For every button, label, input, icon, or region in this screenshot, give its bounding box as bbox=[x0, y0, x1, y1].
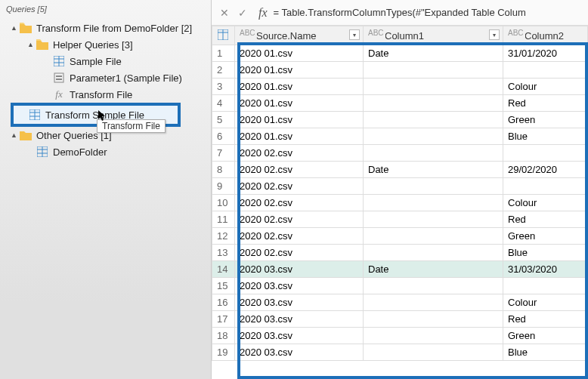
table-row[interactable]: 82020 02.csvDate29/02/2020 bbox=[212, 162, 588, 178]
table-row[interactable]: 52020 01.csvGreen bbox=[212, 112, 588, 128]
cell-source-name[interactable]: 2020 02.csv bbox=[235, 245, 364, 261]
table-row[interactable]: 182020 03.csvGreen bbox=[212, 328, 588, 344]
table-row[interactable]: 172020 03.csvRed bbox=[212, 311, 588, 328]
table-row[interactable]: 162020 03.csvColour bbox=[212, 294, 588, 311]
column-filter-dropdown[interactable]: ▾ bbox=[349, 29, 360, 40]
row-number: 11 bbox=[212, 211, 235, 228]
cell-column2[interactable]: Green bbox=[503, 228, 588, 245]
cell-column2[interactable]: Colour bbox=[503, 195, 588, 211]
cell-column1[interactable] bbox=[364, 145, 503, 162]
cell-column1[interactable] bbox=[364, 245, 503, 261]
cell-column1[interactable] bbox=[364, 95, 503, 112]
cell-source-name[interactable]: 2020 01.csv bbox=[235, 79, 364, 95]
cell-column2[interactable]: Red bbox=[503, 311, 588, 328]
column-filter-dropdown[interactable]: ▾ bbox=[489, 29, 500, 40]
cell-source-name[interactable]: 2020 03.csv bbox=[235, 328, 364, 344]
cell-source-name[interactable]: 2020 01.csv bbox=[235, 95, 364, 112]
folder-helper-queries[interactable]: ▲ Helper Queries [3] bbox=[0, 36, 211, 53]
cancel-formula-button[interactable]: ✕ bbox=[216, 5, 233, 21]
cell-column2[interactable]: Blue bbox=[503, 245, 588, 261]
cell-column1[interactable] bbox=[364, 195, 503, 211]
table-row[interactable]: 132020 02.csvBlue bbox=[212, 245, 588, 261]
table-row[interactable]: 92020 02.csv bbox=[212, 178, 588, 195]
cell-column2[interactable] bbox=[503, 62, 588, 79]
cell-column1[interactable] bbox=[364, 328, 503, 344]
cell-column2[interactable]: 31/01/2020 bbox=[503, 45, 588, 62]
caret-down-icon: ▲ bbox=[27, 41, 35, 48]
cell-column1[interactable] bbox=[364, 178, 503, 195]
cell-source-name[interactable]: 2020 03.csv bbox=[235, 278, 364, 294]
folder-label: Transform File from DemoFolder [2] bbox=[36, 23, 192, 34]
type-icon: ABC bbox=[506, 29, 525, 37]
column-header-source-name[interactable]: ABC Source.Name ▾ bbox=[235, 26, 364, 45]
cell-source-name[interactable]: 2020 03.csv bbox=[235, 294, 364, 311]
cell-column2[interactable]: Colour bbox=[503, 294, 588, 311]
cell-column1[interactable]: Date bbox=[364, 162, 503, 178]
table-row[interactable]: 22020 01.csv bbox=[212, 62, 588, 79]
cell-column1[interactable] bbox=[364, 62, 503, 79]
row-number: 14 bbox=[212, 261, 235, 278]
table-row[interactable]: 32020 01.csvColour bbox=[212, 79, 588, 95]
cell-column2[interactable] bbox=[503, 145, 588, 162]
row-number: 9 bbox=[212, 178, 235, 195]
query-demofolder[interactable]: DemoFolder bbox=[0, 143, 211, 160]
query-transform-file[interactable]: fx Transform File bbox=[0, 86, 211, 103]
cell-source-name[interactable]: 2020 02.csv bbox=[235, 162, 364, 178]
query-sample-file[interactable]: Sample File bbox=[0, 53, 211, 69]
query-parameter1[interactable]: Parameter1 (Sample File) bbox=[0, 69, 211, 86]
cell-column1[interactable] bbox=[364, 294, 503, 311]
cell-source-name[interactable]: 2020 03.csv bbox=[235, 311, 364, 328]
table-row[interactable]: 152020 03.csv bbox=[212, 278, 588, 294]
formula-input[interactable] bbox=[274, 7, 583, 18]
cell-column2[interactable]: Red bbox=[503, 211, 588, 228]
cell-column1[interactable] bbox=[364, 79, 503, 95]
cell-source-name[interactable]: 2020 03.csv bbox=[235, 344, 364, 361]
cell-column2[interactable]: Green bbox=[503, 328, 588, 344]
cell-column1[interactable] bbox=[364, 128, 503, 145]
column-header-column2[interactable]: ABC Column2 bbox=[503, 26, 588, 45]
accept-formula-button[interactable]: ✓ bbox=[234, 5, 251, 21]
cell-column1[interactable]: Date bbox=[364, 45, 503, 62]
cell-column2[interactable]: Green bbox=[503, 112, 588, 128]
cell-column1[interactable] bbox=[364, 112, 503, 128]
cell-column1[interactable] bbox=[364, 311, 503, 328]
folder-transform-file[interactable]: ▲ Transform File from DemoFolder [2] bbox=[0, 20, 211, 36]
cell-source-name[interactable]: 2020 02.csv bbox=[235, 228, 364, 245]
cell-column2[interactable]: 29/02/2020 bbox=[503, 162, 588, 178]
column-label: Column1 bbox=[385, 30, 424, 42]
cell-column2[interactable] bbox=[503, 278, 588, 294]
cell-source-name[interactable]: 2020 01.csv bbox=[235, 62, 364, 79]
table-row[interactable]: 42020 01.csvRed bbox=[212, 95, 588, 112]
table-row[interactable]: 12020 01.csvDate31/01/2020 bbox=[212, 45, 588, 62]
table-row[interactable]: 112020 02.csvRed bbox=[212, 211, 588, 228]
table-row[interactable]: 192020 03.csvBlue bbox=[212, 344, 588, 361]
cell-source-name[interactable]: 2020 01.csv bbox=[235, 45, 364, 62]
cell-source-name[interactable]: 2020 01.csv bbox=[235, 112, 364, 128]
table-row[interactable]: 102020 02.csvColour bbox=[212, 195, 588, 211]
cell-column1[interactable] bbox=[364, 228, 503, 245]
query-label: Parameter1 (Sample File) bbox=[70, 72, 182, 84]
table-row[interactable]: 62020 01.csvBlue bbox=[212, 128, 588, 145]
cell-source-name[interactable]: 2020 02.csv bbox=[235, 145, 364, 162]
table-corner[interactable] bbox=[212, 26, 235, 45]
cell-column2[interactable]: 31/03/2020 bbox=[503, 261, 588, 278]
table-row[interactable]: 72020 02.csv bbox=[212, 145, 588, 162]
cell-column2[interactable]: Red bbox=[503, 95, 588, 112]
cell-source-name[interactable]: 2020 02.csv bbox=[235, 178, 364, 195]
cell-source-name[interactable]: 2020 03.csv bbox=[235, 261, 364, 278]
cell-column2[interactable] bbox=[503, 178, 588, 195]
cell-column2[interactable]: Blue bbox=[503, 344, 588, 361]
column-header-column1[interactable]: ABC Column1 ▾ bbox=[364, 26, 503, 45]
cell-source-name[interactable]: 2020 02.csv bbox=[235, 211, 364, 228]
cell-column1[interactable] bbox=[364, 278, 503, 294]
table-row[interactable]: 142020 03.csvDate31/03/2020 bbox=[212, 261, 588, 278]
cell-column1[interactable]: Date bbox=[364, 261, 503, 278]
cell-source-name[interactable]: 2020 01.csv bbox=[235, 128, 364, 145]
cell-column2[interactable]: Colour bbox=[503, 79, 588, 95]
cell-column1[interactable] bbox=[364, 211, 503, 228]
cell-column2[interactable]: Blue bbox=[503, 128, 588, 145]
cell-source-name[interactable]: 2020 02.csv bbox=[235, 195, 364, 211]
row-number: 12 bbox=[212, 228, 235, 245]
cell-column1[interactable] bbox=[364, 344, 503, 361]
table-row[interactable]: 122020 02.csvGreen bbox=[212, 228, 588, 245]
